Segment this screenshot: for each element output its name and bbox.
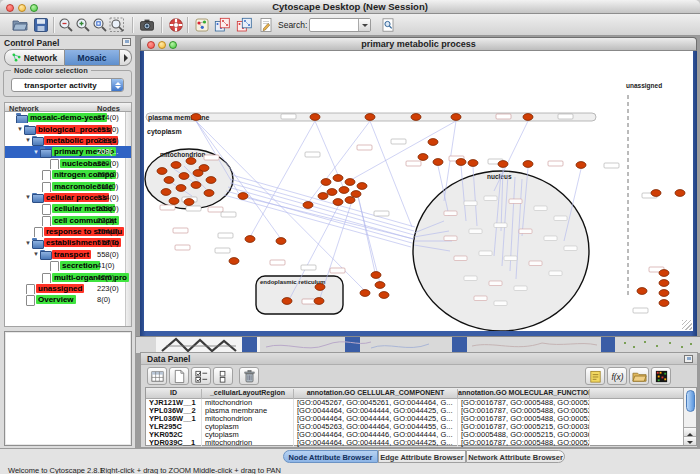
scroll-up-icon[interactable]: [684, 427, 696, 436]
region-nucleus[interactable]: nucleus: [413, 171, 589, 331]
cell-region[interactable]: cytoplasm: [202, 431, 294, 439]
table-scrollbar[interactable]: [683, 388, 696, 445]
tree-row[interactable]: nucleobase-209(0): [5, 158, 131, 169]
tree-row[interactable]: ▼biological_process651(0): [5, 123, 131, 134]
tree-row[interactable]: macromolecule311(0): [5, 180, 131, 191]
attribute-batch-select-button[interactable]: [213, 367, 233, 385]
network-node[interactable]: [204, 190, 214, 197]
cell-cellular-component[interactable]: [GO:0044464, GO:0044444, GO:0044425, G..…: [294, 407, 458, 415]
cell-region[interactable]: mitochondrion: [202, 439, 294, 447]
network-node[interactable]: [345, 179, 355, 186]
cell-region[interactable]: cytoplasm: [202, 423, 294, 431]
search-input[interactable]: [309, 18, 371, 32]
cell-id[interactable]: YPL036W__1: [146, 415, 202, 423]
float-panel-icon[interactable]: [684, 355, 693, 363]
cell-cellular-component[interactable]: [GO:0045263, GO:0044464, GO:0044455, G..…: [294, 423, 458, 431]
notes-button[interactable]: [585, 367, 605, 385]
tree-row[interactable]: ▼primary metabo209(...: [5, 146, 131, 157]
tree-row[interactable]: cell communicat22(0): [5, 215, 131, 226]
network-node[interactable]: [411, 114, 421, 121]
network-node[interactable]: [651, 190, 661, 197]
cell-region[interactable]: plasma membrane: [202, 407, 294, 415]
scroll-down-icon[interactable]: [684, 436, 696, 445]
cell-id[interactable]: YDR039C__1: [146, 439, 202, 447]
expand-arrow-icon[interactable]: ▼: [24, 194, 32, 200]
network-node[interactable]: [191, 182, 201, 189]
tab-edge-attribute-browser[interactable]: Edge Attribute Browser: [378, 450, 466, 463]
tree-row[interactable]: Overview8(0): [5, 294, 131, 305]
network-node[interactable]: [238, 193, 248, 200]
network-node[interactable]: [523, 161, 533, 168]
tree-row[interactable]: ▼cellular process614(0): [5, 192, 131, 203]
search-dropdown-icon[interactable]: [358, 19, 370, 31]
expand-arrow-icon[interactable]: ▼: [32, 251, 40, 257]
network-node[interactable]: [327, 189, 337, 196]
attribute-table-header[interactable]: ID _cellularLayoutRegion annotation.GO C…: [146, 388, 685, 399]
network-node[interactable]: [637, 288, 647, 295]
network-node[interactable]: [206, 177, 216, 184]
tree-row[interactable]: ▼transport558(0): [5, 249, 131, 260]
edge[interactable]: [226, 191, 412, 243]
column-header-molecular-function[interactable]: annotation.GO MOLECULAR_FUNCTION: [458, 389, 590, 399]
node-color-dropdown[interactable]: transporter activity: [11, 78, 124, 92]
tab-network-attribute-browser[interactable]: Network Attribute Browser: [466, 450, 565, 463]
network-node[interactable]: [659, 280, 669, 287]
tab-overflow-button[interactable]: [120, 49, 132, 66]
cell-region[interactable]: mitochondrion: [202, 399, 294, 407]
help-button[interactable]: [166, 16, 185, 34]
network-node[interactable]: [357, 183, 367, 190]
cell-molecular-function[interactable]: [GO:0016787, GO:0005215, GO:0003824, G..…: [458, 423, 590, 431]
network-node[interactable]: [433, 159, 443, 166]
vizmapper-button[interactable]: [192, 16, 211, 34]
network-node[interactable]: [333, 175, 343, 182]
delete-attribute-button[interactable]: [239, 367, 259, 385]
tab-network[interactable]: Network: [4, 49, 65, 66]
network-node[interactable]: [161, 189, 171, 196]
network-node[interactable]: [345, 197, 355, 204]
expand-arrow-icon[interactable]: ▼: [24, 137, 32, 143]
table-row[interactable]: YPL036W__2plasma membrane[GO:0044464, GO…: [146, 407, 685, 415]
table-row[interactable]: YKR052Ccytoplasm[GO:0044464, GO:0044446,…: [146, 431, 685, 439]
expand-arrow-icon[interactable]: ▼: [16, 126, 24, 132]
network-node[interactable]: [164, 177, 174, 184]
network-node[interactable]: [184, 199, 194, 206]
merge-networks-union-button[interactable]: [212, 16, 231, 34]
select-attributes-button[interactable]: [147, 367, 167, 385]
network-node[interactable]: [659, 300, 669, 307]
annotations-button[interactable]: [256, 16, 275, 34]
scrollbar-thumb[interactable]: [686, 390, 695, 412]
cell-id[interactable]: YLR295C: [146, 423, 202, 431]
table-row[interactable]: YDR039C__1mitochondrion[GO:0044464, GO:0…: [146, 439, 685, 447]
cell-id[interactable]: YPL036W__2: [146, 407, 202, 415]
network-node[interactable]: [318, 193, 328, 200]
merge-networks-difference-button[interactable]: [234, 16, 253, 34]
network-node[interactable]: [303, 202, 313, 209]
attribute-checklist-button[interactable]: [191, 367, 211, 385]
network-node[interactable]: [379, 292, 389, 299]
edge[interactable]: [230, 183, 414, 235]
network-node[interactable]: [310, 114, 320, 121]
tree-row[interactable]: ▼metabolic process280(0): [5, 135, 131, 146]
network-node[interactable]: [282, 298, 292, 305]
network-node[interactable]: [428, 139, 438, 146]
cell-molecular-function[interactable]: [GO:0005488, GO:0005215, GO:0003674]: [458, 431, 590, 439]
expand-arrow-icon[interactable]: ▼: [32, 149, 40, 155]
open-session-button[interactable]: [10, 16, 29, 34]
network-node[interactable]: [314, 298, 324, 305]
network-node[interactable]: [321, 179, 331, 186]
edge[interactable]: [349, 121, 456, 181]
network-node[interactable]: [659, 270, 669, 277]
network-tree[interactable]: mosaic-demo-yeast874(0)▼biological_proce…: [4, 112, 132, 327]
tree-row[interactable]: secretion41(0): [5, 260, 131, 271]
network-node[interactable]: [229, 258, 239, 265]
table-row[interactable]: YPL036W__1mitochondrion[GO:0044464, GO:0…: [146, 415, 685, 423]
column-header-region[interactable]: _cellularLayoutRegion: [202, 389, 294, 399]
network-node[interactable]: [333, 199, 343, 206]
network-node[interactable]: [523, 114, 533, 121]
network-node[interactable]: [498, 161, 508, 168]
column-header-cellular-component[interactable]: annotation.GO CELLULAR_COMPONENT: [294, 389, 458, 399]
network-node[interactable]: [186, 158, 196, 165]
export-network-image-button[interactable]: [137, 16, 156, 34]
network-node[interactable]: [176, 185, 186, 192]
network-node[interactable]: [576, 162, 586, 169]
